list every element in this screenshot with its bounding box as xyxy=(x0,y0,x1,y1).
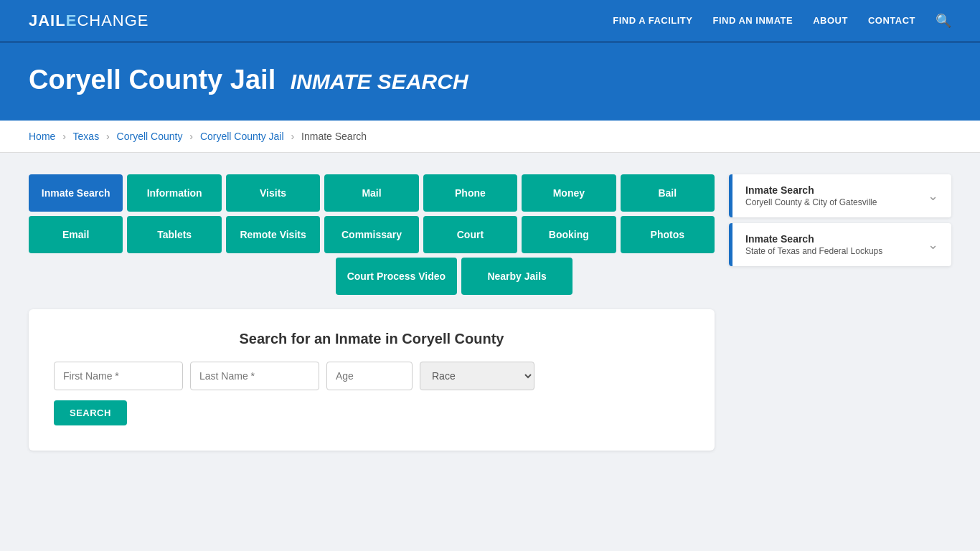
sidebar-card-1-header[interactable]: Inmate Search Coryell County & City of G… xyxy=(729,174,951,217)
site-logo[interactable]: JAILECHANGE xyxy=(29,11,149,30)
tab-email[interactable]: Email xyxy=(29,216,123,253)
chevron-down-icon-2: ⌄ xyxy=(928,237,938,253)
tab-nearby-jails[interactable]: Nearby Jails xyxy=(461,258,573,295)
sidebar-card-2-header[interactable]: Inmate Search State of Texas and Federal… xyxy=(729,223,951,266)
tab-information[interactable]: Information xyxy=(127,174,221,212)
sidebar-card-1: Inmate Search Coryell County & City of G… xyxy=(729,174,951,217)
page-title-main: Coryell County Jail xyxy=(29,65,275,95)
nav-contact[interactable]: CONTACT xyxy=(868,15,915,26)
tab-row-1: Inmate Search Information Visits Mail Ph… xyxy=(29,174,715,212)
page-title-subtitle: INMATE SEARCH xyxy=(291,70,468,93)
hero-section: Coryell County Jail INMATE SEARCH xyxy=(0,43,980,121)
breadcrumb-sep-3: › xyxy=(189,131,193,142)
tab-inmate-search[interactable]: Inmate Search xyxy=(29,174,123,212)
sidebar-card-2-main: Inmate Search xyxy=(745,233,882,245)
tab-commissary[interactable]: Commissary xyxy=(324,216,418,253)
site-header: JAILECHANGE FIND A FACILITY FIND AN INMA… xyxy=(0,0,980,43)
logo-x: E xyxy=(66,11,77,29)
nav-find-facility[interactable]: FIND A FACILITY xyxy=(613,15,692,26)
tab-booking[interactable]: Booking xyxy=(522,216,616,253)
tab-bail[interactable]: Bail xyxy=(621,174,715,212)
age-input[interactable] xyxy=(326,362,413,390)
search-button[interactable]: SEARCH xyxy=(54,400,127,425)
chevron-down-icon-1: ⌄ xyxy=(928,188,938,204)
race-select[interactable]: Race White Black Hispanic Asian Other xyxy=(420,362,534,390)
breadcrumb: Home › Texas › Coryell County › Coryell … xyxy=(0,121,980,153)
search-form: Race White Black Hispanic Asian Other xyxy=(54,362,689,390)
tab-mail[interactable]: Mail xyxy=(324,174,418,212)
search-title: Search for an Inmate in Coryell County xyxy=(54,331,689,347)
breadcrumb-jail[interactable]: Coryell County Jail xyxy=(200,131,284,142)
search-box: Search for an Inmate in Coryell County R… xyxy=(29,309,715,451)
content-area: Inmate Search Information Visits Mail Ph… xyxy=(29,174,715,451)
breadcrumb-texas[interactable]: Texas xyxy=(73,131,100,142)
nav-find-inmate[interactable]: FIND AN INMATE xyxy=(712,15,793,26)
sidebar: Inmate Search Coryell County & City of G… xyxy=(729,174,951,272)
breadcrumb-sep-1: › xyxy=(62,131,66,142)
tab-phone[interactable]: Phone xyxy=(423,174,517,212)
tab-court-process-video[interactable]: Court Process Video xyxy=(336,258,457,295)
last-name-input[interactable] xyxy=(190,362,319,390)
main-nav: FIND A FACILITY FIND AN INMATE ABOUT CON… xyxy=(613,13,951,29)
breadcrumb-current: Inmate Search xyxy=(301,131,367,142)
tab-visits[interactable]: Visits xyxy=(226,174,320,212)
breadcrumb-sep-2: › xyxy=(106,131,110,142)
logo-jail: JAIL xyxy=(29,11,66,29)
breadcrumb-coryell-county[interactable]: Coryell County xyxy=(117,131,183,142)
tab-court[interactable]: Court xyxy=(423,216,517,253)
search-icon-button[interactable]: 🔍 xyxy=(936,13,951,29)
breadcrumb-home[interactable]: Home xyxy=(29,131,55,142)
breadcrumb-sep-4: › xyxy=(291,131,294,142)
sidebar-card-1-title: Inmate Search Coryell County & City of G… xyxy=(745,184,877,207)
sidebar-card-2-title: Inmate Search State of Texas and Federal… xyxy=(745,233,882,256)
sidebar-card-2-sub: State of Texas and Federal Lockups xyxy=(745,246,882,256)
tab-remote-visits[interactable]: Remote Visits xyxy=(226,216,320,253)
tab-money[interactable]: Money xyxy=(522,174,616,212)
nav-about[interactable]: ABOUT xyxy=(813,15,848,26)
sidebar-card-1-sub: Coryell County & City of Gatesville xyxy=(745,197,877,207)
sidebar-card-2: Inmate Search State of Texas and Federal… xyxy=(729,223,951,266)
logo-exchange: CHANGE xyxy=(77,11,149,29)
page-title: Coryell County Jail INMATE SEARCH xyxy=(29,65,951,95)
sidebar-card-1-main: Inmate Search xyxy=(745,184,877,196)
tab-tablets[interactable]: Tablets xyxy=(127,216,221,253)
main-section: Inmate Search Information Visits Mail Ph… xyxy=(0,153,980,472)
tab-photos[interactable]: Photos xyxy=(621,216,715,253)
first-name-input[interactable] xyxy=(54,362,183,390)
tab-row-2: Email Tablets Remote Visits Commissary C… xyxy=(29,216,715,253)
tab-row-3: Court Process Video Nearby Jails xyxy=(336,258,715,295)
